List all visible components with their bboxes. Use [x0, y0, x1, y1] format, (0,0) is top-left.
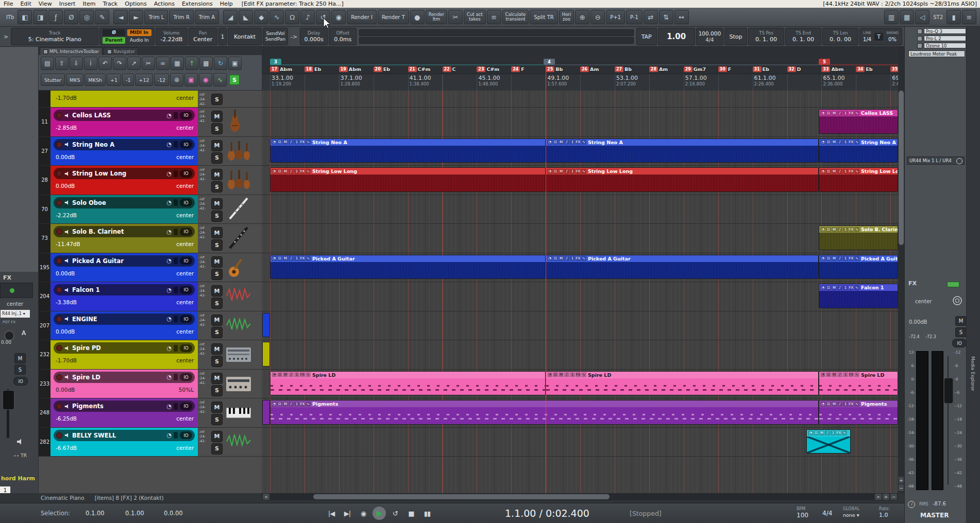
notes-icon[interactable]: ♪: [837, 111, 842, 116]
notes-icon[interactable]: ♪: [289, 372, 294, 377]
envelope-icon[interactable]: ∿: [854, 140, 859, 145]
mixer-io-button[interactable]: IO: [13, 377, 28, 386]
track-volume[interactable]: 0.00dB: [56, 328, 75, 335]
lock-icon[interactable]: ⊡: [277, 169, 282, 174]
media-item-body[interactable]: [546, 378, 818, 395]
track-volume[interactable]: -2.22dB: [56, 212, 77, 218]
track-pan[interactable]: center: [176, 154, 194, 160]
midi-in-badge[interactable]: MIDI In: [127, 29, 151, 36]
clock-icon[interactable]: ◔: [272, 372, 277, 377]
instrument-thumbnail[interactable]: [225, 254, 252, 281]
menu-options[interactable]: Options: [121, 0, 150, 8]
notes-icon[interactable]: ♪: [837, 256, 842, 261]
chord-marker-25[interactable]: 25Bb: [546, 66, 563, 73]
instrument-thumbnail[interactable]: [225, 196, 252, 223]
grid-icon[interactable]: ▦: [171, 57, 184, 70]
record-arm-icon[interactable]: [56, 200, 62, 206]
media-item-header[interactable]: ◔⊡M♪1FX∿String Low Long: [271, 168, 545, 175]
screenset-down-icon[interactable]: ⇩: [70, 57, 83, 70]
empty-field[interactable]: [359, 37, 633, 44]
track-volume[interactable]: -6.67dB: [56, 445, 77, 451]
lock-icon[interactable]: ▣: [228, 57, 242, 70]
track-block[interactable]: Spire LD◔IO0.00dB50%L: [50, 370, 198, 398]
master-fx-pro-l-2[interactable]: Pro-L 2: [924, 36, 966, 41]
tempo-value[interactable]: 100.000: [699, 30, 721, 37]
fade-out-icon[interactable]: ◣: [239, 10, 253, 24]
fx-enable-checkbox[interactable]: [917, 36, 922, 41]
clock-icon[interactable]: ◔: [547, 169, 552, 174]
track-speaker-icon[interactable]: [64, 432, 70, 438]
lock-icon[interactable]: ⊡: [277, 256, 282, 261]
calculate-transient-button[interactable]: Calculatetransient: [502, 10, 529, 24]
playrate-field[interactable]: 1.00: [658, 28, 695, 45]
chord-marker-21[interactable]: 21C#m: [408, 66, 431, 73]
lock-icon[interactable]: ⊡: [814, 430, 819, 435]
track-io-button[interactable]: IO: [180, 257, 192, 265]
media-item[interactable]: ◔⊡M♪1FX∿String Low Long: [819, 167, 898, 192]
chord-marker-22[interactable]: 22C: [443, 66, 456, 73]
track-env-icon[interactable]: [174, 287, 178, 293]
track-name-pill[interactable]: Spire LD◔IO: [54, 372, 195, 383]
track-speaker-icon[interactable]: [64, 316, 70, 322]
master-io-button[interactable]: IO: [952, 339, 967, 347]
master-fx-pro-q-3[interactable]: Pro-Q 3: [924, 28, 966, 34]
track-speaker-icon[interactable]: [64, 258, 70, 264]
track-clock-icon[interactable]: ◔: [166, 229, 172, 235]
track-env-icon[interactable]: [174, 170, 178, 177]
media-item-body[interactable]: [546, 146, 818, 163]
media-item[interactable]: ◔⊡M♪1FX∿: [806, 429, 851, 454]
track-clock-icon[interactable]: ◔: [166, 316, 172, 322]
track-env-icon[interactable]: [174, 345, 178, 352]
media-item[interactable]: ◔⊡M♪1FX∿Cellos LASS: [819, 109, 898, 134]
track-block[interactable]: ENGINE◔IO0.00dBcenter: [50, 311, 198, 340]
track-name-pill[interactable]: Pigments◔IO: [54, 400, 195, 412]
track-volume[interactable]: -6.25dB: [56, 415, 77, 422]
dock-tab-navigator[interactable]: Navigator: [104, 47, 139, 55]
media-item-header[interactable]: ◔⊡M♪1FX∿Pigments: [819, 400, 898, 407]
track-speaker-icon[interactable]: [64, 345, 70, 351]
arrange-view[interactable]: ◔⊡M♪1FX∿Cellos LASS◔⊡M♪1FX∿String Neo A◔…: [262, 91, 898, 493]
pan-field[interactable]: PanCenter: [189, 28, 217, 45]
track-number[interactable]: 28: [39, 166, 50, 195]
menu-view[interactable]: View: [35, 0, 56, 8]
track-mute-button[interactable]: M: [211, 227, 223, 238]
track-speaker-icon[interactable]: [64, 142, 70, 147]
track-speaker-icon[interactable]: [64, 287, 70, 293]
mixer-fader-handle[interactable]: [3, 390, 14, 410]
notes-icon[interactable]: ♪: [289, 402, 294, 407]
lock-icon[interactable]: ⊡: [553, 140, 558, 145]
take-icon[interactable]: 1: [843, 111, 848, 116]
menu-file[interactable]: File: [0, 0, 16, 8]
envelope-icon[interactable]: ∿: [854, 285, 859, 290]
horizontal-scroll-icon[interactable]: ↔: [674, 10, 689, 24]
media-item-body[interactable]: [271, 407, 818, 424]
chord-marker-23[interactable]: 23C#m: [477, 66, 499, 73]
fx-icon[interactable]: FX: [576, 169, 581, 174]
instrument-button[interactable]: Kontakt: [228, 28, 262, 45]
fade-in-icon[interactable]: ◢: [223, 10, 238, 24]
instrument-thumbnail[interactable]: [225, 312, 252, 339]
media-item[interactable]: ◔⊡M♪1FX∿Spire LD: [819, 371, 898, 396]
master-pan-knob[interactable]: [952, 295, 962, 306]
playrate-field[interactable]: Rate: 1.0: [879, 506, 890, 519]
redo-icon[interactable]: ↷: [113, 57, 126, 70]
trim-all-button[interactable]: Trim A: [195, 10, 219, 24]
media-item[interactable]: ◔⊡M♪1FX∿String Neo A: [270, 138, 546, 163]
mute-icon[interactable]: M: [559, 169, 564, 174]
lock-icon[interactable]: ⊡: [277, 372, 282, 377]
track-number[interactable]: 207: [39, 311, 50, 340]
media-item[interactable]: ◔⊡M♪1FX∿Picked A Guitar: [546, 255, 819, 280]
notes-icon[interactable]: ♪: [564, 372, 569, 377]
mute-icon[interactable]: M: [832, 140, 837, 145]
media-item-body[interactable]: [819, 378, 898, 395]
instrument-thumbnail[interactable]: [225, 109, 252, 135]
vertical-zoom-icon[interactable]: ⇅: [659, 10, 673, 24]
glue-icon[interactable]: ∞: [156, 57, 170, 70]
mute-icon[interactable]: M: [283, 402, 288, 407]
fx-icon[interactable]: FX: [849, 402, 854, 407]
track-name-pill[interactable]: Picked A Guitar◔IO: [54, 255, 195, 267]
fx-icon[interactable]: FX: [300, 140, 305, 145]
track-io-button[interactable]: IO: [180, 431, 192, 439]
media-item-header[interactable]: ◔⊡M♪1FX∿Picked A Guitar: [546, 255, 818, 262]
media-item[interactable]: ◔⊡M♪1FX∿Falcon 1: [819, 284, 898, 308]
